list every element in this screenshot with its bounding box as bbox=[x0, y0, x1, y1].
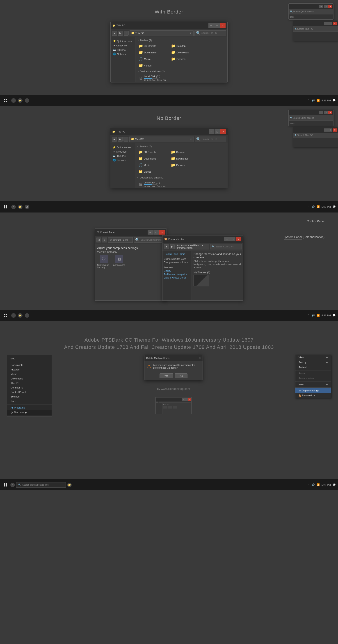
start-menu-item-connect[interactable]: Connect To bbox=[7, 385, 52, 390]
close-button[interactable]: ✕ bbox=[198, 356, 201, 360]
folder-downloads[interactable]: 📁 Downloads bbox=[170, 156, 201, 161]
sidebar-item-taskbar[interactable]: Taskbar and Navigation bbox=[164, 273, 190, 276]
taskbar-file-explorer[interactable]: 📁 bbox=[18, 313, 22, 318]
taskbar-folder[interactable]: 🗂 bbox=[25, 313, 29, 318]
maximize-button[interactable]: □ bbox=[214, 129, 220, 134]
folder-3dobjects[interactable]: 📁 3D Objects bbox=[137, 43, 169, 49]
folder-pictures[interactable]: 📁 Pictures bbox=[170, 162, 201, 168]
start-menu-item-controlpanel[interactable]: Control Panel bbox=[7, 390, 52, 394]
maximize-button[interactable]: □ bbox=[214, 23, 220, 28]
folder-3dobjects[interactable]: 📁 3D Objects bbox=[137, 149, 168, 155]
taskview-button[interactable]: ○ bbox=[11, 313, 16, 318]
minimize-button[interactable]: ─ bbox=[209, 129, 214, 134]
sidebar-item-network[interactable]: 🌐 Network bbox=[112, 52, 134, 56]
close-button[interactable]: ✕ bbox=[220, 23, 226, 28]
sidebar-item-thispc[interactable]: 💻 This PC bbox=[112, 48, 134, 52]
context-item-view[interactable]: View ▶ bbox=[296, 355, 331, 360]
chevron-up-icon[interactable]: ⌃ bbox=[308, 99, 310, 102]
start-button[interactable] bbox=[2, 204, 9, 210]
minimize-button[interactable]: ─ bbox=[148, 230, 153, 234]
start-menu-item-downloads[interactable]: Downloads bbox=[7, 376, 52, 381]
up-button[interactable]: ↑ bbox=[124, 31, 129, 36]
search-box[interactable]: 🔍 bbox=[194, 30, 226, 36]
back-button[interactable]: ◀ bbox=[112, 31, 117, 36]
maximize-button[interactable]: □ bbox=[324, 111, 328, 114]
folder-pictures[interactable]: 📁 Pictures bbox=[170, 56, 201, 62]
yes-button[interactable]: Yes bbox=[160, 374, 173, 378]
search-box[interactable]: 🔍 bbox=[210, 244, 242, 250]
chevron-up-icon[interactable]: ⌃ bbox=[308, 205, 310, 208]
forward-button[interactable]: ▶ bbox=[118, 31, 123, 36]
taskview-button[interactable]: ○ bbox=[11, 204, 16, 209]
notification-icon[interactable]: 💬 bbox=[332, 205, 336, 208]
maximize-button[interactable]: □ bbox=[185, 398, 188, 401]
taskview-button[interactable]: ○ bbox=[10, 483, 15, 487]
minimize-button[interactable]: ─ bbox=[319, 111, 323, 114]
minimize-button[interactable]: ─ bbox=[182, 398, 185, 401]
start-menu-item-allprograms[interactable]: All Programs bbox=[7, 405, 52, 410]
quick-access-search[interactable]: 🔍 Search Quick access bbox=[289, 9, 333, 14]
change-mouse-pointers[interactable]: Change mouse pointers bbox=[164, 261, 190, 264]
close-button[interactable]: ✕ bbox=[159, 230, 165, 234]
sidebar-item-network[interactable]: 🌐 Network bbox=[111, 158, 134, 162]
search-bar[interactable]: 🔍 Search Quick access bbox=[289, 115, 333, 121]
taskbar-file-explorer[interactable]: 📁 bbox=[18, 204, 22, 209]
start-menu-item-music[interactable]: Music bbox=[7, 372, 52, 376]
sidebar-item-display[interactable]: Display bbox=[164, 270, 190, 272]
maximize-button[interactable]: □ bbox=[230, 237, 236, 241]
address-bar[interactable]: 📁 This PC ▼ bbox=[129, 136, 194, 142]
start-menu-item-run[interactable]: Run... bbox=[7, 399, 52, 403]
folder-downloads[interactable]: 📁 Downloads bbox=[170, 50, 201, 55]
context-item-new[interactable]: New ▶ bbox=[296, 382, 331, 387]
sidebar-item-quickaccess[interactable]: ⭐ Quick access bbox=[112, 39, 134, 43]
drive-c[interactable]: 🖥 Local Disk (C:) 19.4 GB free of 29.4 G… bbox=[137, 74, 226, 82]
minimize-button[interactable]: ─ bbox=[319, 5, 323, 8]
start-button[interactable] bbox=[2, 312, 9, 319]
shutdown-button[interactable]: ⏻ Shut down ▶ bbox=[10, 411, 27, 414]
search-input[interactable] bbox=[202, 32, 224, 34]
forward-button[interactable]: ▶ bbox=[102, 238, 107, 242]
folder-desktop[interactable]: 📁 Desktop bbox=[170, 43, 201, 49]
address-bar[interactable]: Appearance and Pers... > Personalization bbox=[176, 244, 209, 250]
context-item-sortby[interactable]: Sort by ▶ bbox=[296, 360, 331, 365]
context-item-paste[interactable]: Paste bbox=[296, 371, 331, 376]
maximize-button[interactable]: □ bbox=[154, 230, 159, 234]
notification-icon[interactable]: 💬 bbox=[332, 483, 336, 486]
notification-icon[interactable]: 💬 bbox=[332, 314, 336, 317]
search-box[interactable]: 🔍 bbox=[195, 136, 226, 142]
search-input[interactable] bbox=[140, 239, 164, 241]
back-button[interactable]: ◀ bbox=[96, 238, 101, 242]
folder-documents[interactable]: 📁 Documents bbox=[137, 50, 169, 55]
taskbar-folder[interactable]: 📁 bbox=[67, 483, 72, 487]
network-icon[interactable]: 📶 bbox=[316, 205, 320, 208]
minimize-button[interactable]: ─ bbox=[224, 237, 230, 241]
minimize-button[interactable]: ─ bbox=[208, 23, 214, 28]
context-item-display-settings[interactable]: 🖥 Display settings bbox=[296, 388, 331, 393]
search-input[interactable] bbox=[216, 246, 234, 248]
up-button[interactable]: ↑ bbox=[124, 137, 128, 142]
sidebar-item-onedrive[interactable]: ☁ OneDrive bbox=[111, 150, 134, 154]
folder-music[interactable]: 🎵 Music bbox=[137, 162, 168, 168]
sound-icon[interactable]: 🔊 bbox=[312, 483, 315, 486]
sound-icon[interactable]: 🔊 bbox=[312, 205, 315, 208]
notification-icon[interactable]: 💬 bbox=[332, 99, 336, 102]
taskbar-folder[interactable]: 🗂 bbox=[25, 98, 29, 103]
sidebar-item-quickaccess[interactable]: ⭐ Quick access bbox=[111, 145, 134, 150]
folder-videos[interactable]: 📁 Videos bbox=[137, 63, 169, 68]
context-item-paste-shortcut[interactable]: Paste shortcut bbox=[296, 376, 331, 381]
close-button[interactable]: ✕ bbox=[328, 111, 332, 114]
folder-videos[interactable]: 📁 Videos bbox=[137, 169, 168, 174]
sidebar-item-onedrive[interactable]: ☁ OneDrive bbox=[112, 43, 134, 48]
sidebar-item-home[interactable]: Control Panel Home bbox=[164, 252, 190, 256]
maximize-button[interactable]: □ bbox=[324, 5, 328, 8]
start-menu-item-settings[interactable]: Settings bbox=[7, 394, 52, 399]
start-button[interactable] bbox=[2, 482, 9, 488]
back-button[interactable]: ◀ bbox=[164, 244, 169, 249]
close-button[interactable]: ✕ bbox=[328, 5, 332, 8]
start-menu-item-user[interactable]: cleo bbox=[7, 356, 52, 361]
search-input[interactable] bbox=[202, 138, 225, 140]
context-item-refresh[interactable]: Refresh bbox=[296, 365, 331, 370]
cp-icon-system[interactable]: 🛡 System and Security bbox=[97, 255, 111, 269]
start-menu-item-pictures[interactable]: Pictures bbox=[7, 367, 52, 372]
taskbar-search[interactable]: 🔍 Search programs and files bbox=[16, 482, 66, 488]
